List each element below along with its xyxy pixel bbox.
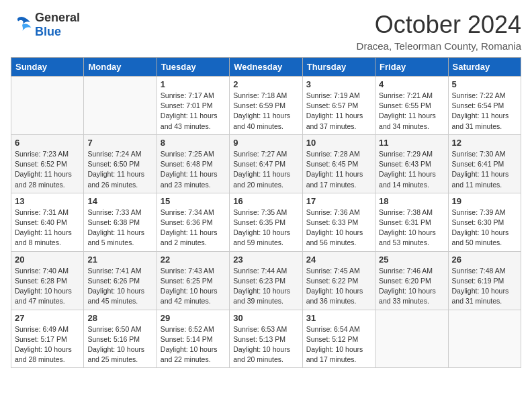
- day-detail: Sunrise: 7:17 AM Sunset: 7:01 PM Dayligh…: [161, 91, 226, 132]
- day-detail: Sunrise: 6:53 AM Sunset: 5:13 PM Dayligh…: [233, 324, 298, 365]
- calendar-day-cell: 11Sunrise: 7:29 AM Sunset: 6:43 PM Dayli…: [375, 134, 448, 193]
- calendar-day-cell: 15Sunrise: 7:34 AM Sunset: 6:36 PM Dayli…: [157, 193, 229, 251]
- calendar-table: SundayMondayTuesdayWednesdayThursdayFrid…: [11, 57, 521, 368]
- day-detail: Sunrise: 6:49 AM Sunset: 5:17 PM Dayligh…: [15, 324, 80, 365]
- weekday-header-row: SundayMondayTuesdayWednesdayThursdayFrid…: [11, 58, 521, 77]
- day-number: 14: [87, 196, 152, 206]
- day-number: 1: [161, 79, 226, 89]
- day-detail: Sunrise: 7:36 AM Sunset: 6:33 PM Dayligh…: [306, 208, 371, 248]
- calendar-day-cell: 30Sunrise: 6:53 AM Sunset: 5:13 PM Dayli…: [230, 310, 302, 368]
- calendar-day-cell: 23Sunrise: 7:44 AM Sunset: 6:23 PM Dayli…: [230, 251, 302, 310]
- calendar-week-row: 20Sunrise: 7:40 AM Sunset: 6:28 PM Dayli…: [11, 251, 521, 310]
- calendar-day-cell: 17Sunrise: 7:36 AM Sunset: 6:33 PM Dayli…: [302, 193, 375, 251]
- day-number: 27: [15, 313, 80, 323]
- day-number: 13: [15, 196, 80, 206]
- calendar-week-row: 6Sunrise: 7:23 AM Sunset: 6:52 PM Daylig…: [11, 134, 521, 193]
- day-detail: Sunrise: 7:31 AM Sunset: 6:40 PM Dayligh…: [15, 208, 80, 248]
- calendar-day-cell: 18Sunrise: 7:38 AM Sunset: 6:31 PM Dayli…: [375, 193, 448, 251]
- day-detail: Sunrise: 7:48 AM Sunset: 6:19 PM Dayligh…: [452, 266, 517, 307]
- weekday-header: Saturday: [448, 58, 521, 77]
- calendar-day-cell: 5Sunrise: 7:22 AM Sunset: 6:54 PM Daylig…: [448, 77, 521, 135]
- calendar-day-cell: 8Sunrise: 7:25 AM Sunset: 6:48 PM Daylig…: [157, 134, 229, 193]
- day-detail: Sunrise: 7:18 AM Sunset: 6:59 PM Dayligh…: [233, 91, 298, 132]
- day-detail: Sunrise: 7:23 AM Sunset: 6:52 PM Dayligh…: [15, 149, 80, 190]
- day-detail: Sunrise: 7:25 AM Sunset: 6:48 PM Dayligh…: [161, 149, 226, 190]
- day-detail: Sunrise: 7:24 AM Sunset: 6:50 PM Dayligh…: [87, 149, 152, 190]
- day-number: 26: [452, 255, 517, 265]
- day-detail: Sunrise: 7:34 AM Sunset: 6:36 PM Dayligh…: [161, 208, 226, 248]
- day-number: 16: [233, 196, 298, 206]
- weekday-header: Thursday: [302, 58, 375, 77]
- day-detail: Sunrise: 7:30 AM Sunset: 6:41 PM Dayligh…: [452, 149, 517, 190]
- calendar-day-cell: 7Sunrise: 7:24 AM Sunset: 6:50 PM Daylig…: [84, 134, 157, 193]
- calendar-day-cell: 26Sunrise: 7:48 AM Sunset: 6:19 PM Dayli…: [448, 251, 521, 310]
- day-number: 6: [15, 138, 80, 148]
- day-detail: Sunrise: 7:41 AM Sunset: 6:26 PM Dayligh…: [87, 266, 152, 307]
- day-number: 9: [233, 138, 298, 148]
- day-detail: Sunrise: 7:46 AM Sunset: 6:20 PM Dayligh…: [379, 266, 444, 307]
- month-title: October 2024: [357, 11, 521, 39]
- day-number: 10: [306, 138, 371, 148]
- weekday-header: Friday: [375, 58, 448, 77]
- day-number: 2: [233, 79, 298, 89]
- day-detail: Sunrise: 7:40 AM Sunset: 6:28 PM Dayligh…: [15, 266, 80, 307]
- day-number: 29: [161, 313, 226, 323]
- day-detail: Sunrise: 7:35 AM Sunset: 6:35 PM Dayligh…: [233, 208, 298, 248]
- day-number: 11: [379, 138, 444, 148]
- day-number: 22: [161, 255, 226, 265]
- calendar-day-cell: 4Sunrise: 7:21 AM Sunset: 6:55 PM Daylig…: [375, 77, 448, 135]
- location: Dracea, Teleorman County, Romania: [357, 40, 521, 52]
- day-number: 8: [161, 138, 226, 148]
- calendar-day-cell: 9Sunrise: 7:27 AM Sunset: 6:47 PM Daylig…: [230, 134, 302, 193]
- calendar-day-cell: [11, 77, 84, 135]
- calendar-day-cell: 2Sunrise: 7:18 AM Sunset: 6:59 PM Daylig…: [230, 77, 302, 135]
- calendar-day-cell: 31Sunrise: 6:54 AM Sunset: 5:12 PM Dayli…: [302, 310, 375, 368]
- calendar-week-row: 13Sunrise: 7:31 AM Sunset: 6:40 PM Dayli…: [11, 193, 521, 251]
- logo-text: General Blue: [35, 11, 80, 39]
- weekday-header: Sunday: [11, 58, 84, 77]
- calendar-day-cell: 12Sunrise: 7:30 AM Sunset: 6:41 PM Dayli…: [448, 134, 521, 193]
- day-number: 28: [87, 313, 152, 323]
- day-number: 15: [161, 196, 226, 206]
- calendar-day-cell: [84, 77, 157, 135]
- day-number: 21: [87, 255, 152, 265]
- calendar-day-cell: 6Sunrise: 7:23 AM Sunset: 6:52 PM Daylig…: [11, 134, 84, 193]
- calendar-day-cell: 3Sunrise: 7:19 AM Sunset: 6:57 PM Daylig…: [302, 77, 375, 135]
- day-number: 3: [306, 79, 371, 89]
- calendar-week-row: 1Sunrise: 7:17 AM Sunset: 7:01 PM Daylig…: [11, 77, 521, 135]
- day-number: 12: [452, 138, 517, 148]
- day-number: 17: [306, 196, 371, 206]
- calendar-day-cell: 24Sunrise: 7:45 AM Sunset: 6:22 PM Dayli…: [302, 251, 375, 310]
- day-detail: Sunrise: 7:43 AM Sunset: 6:25 PM Dayligh…: [161, 266, 226, 307]
- day-detail: Sunrise: 7:19 AM Sunset: 6:57 PM Dayligh…: [306, 91, 371, 132]
- day-number: 7: [87, 138, 152, 148]
- day-detail: Sunrise: 6:52 AM Sunset: 5:14 PM Dayligh…: [161, 324, 226, 365]
- day-number: 4: [379, 79, 444, 89]
- day-detail: Sunrise: 7:29 AM Sunset: 6:43 PM Dayligh…: [379, 149, 444, 190]
- day-detail: Sunrise: 6:54 AM Sunset: 5:12 PM Dayligh…: [306, 324, 371, 365]
- day-number: 31: [306, 313, 371, 323]
- day-detail: Sunrise: 7:22 AM Sunset: 6:54 PM Dayligh…: [452, 91, 517, 132]
- day-number: 23: [233, 255, 298, 265]
- day-number: 18: [379, 196, 444, 206]
- day-detail: Sunrise: 7:27 AM Sunset: 6:47 PM Dayligh…: [233, 149, 298, 190]
- logo: General Blue: [11, 11, 80, 39]
- calendar-day-cell: 28Sunrise: 6:50 AM Sunset: 5:16 PM Dayli…: [84, 310, 157, 368]
- calendar-day-cell: 16Sunrise: 7:35 AM Sunset: 6:35 PM Dayli…: [230, 193, 302, 251]
- day-detail: Sunrise: 7:45 AM Sunset: 6:22 PM Dayligh…: [306, 266, 371, 307]
- calendar-day-cell: [375, 310, 448, 368]
- day-number: 24: [306, 255, 371, 265]
- calendar-day-cell: 22Sunrise: 7:43 AM Sunset: 6:25 PM Dayli…: [157, 251, 229, 310]
- logo-bird-icon: [11, 15, 32, 34]
- day-number: 5: [452, 79, 517, 89]
- calendar-day-cell: 20Sunrise: 7:40 AM Sunset: 6:28 PM Dayli…: [11, 251, 84, 310]
- calendar-day-cell: [448, 310, 521, 368]
- day-number: 20: [15, 255, 80, 265]
- day-detail: Sunrise: 7:28 AM Sunset: 6:45 PM Dayligh…: [306, 149, 371, 190]
- day-number: 30: [233, 313, 298, 323]
- weekday-header: Monday: [84, 58, 157, 77]
- calendar-day-cell: 10Sunrise: 7:28 AM Sunset: 6:45 PM Dayli…: [302, 134, 375, 193]
- calendar-day-cell: 29Sunrise: 6:52 AM Sunset: 5:14 PM Dayli…: [157, 310, 229, 368]
- day-detail: Sunrise: 7:44 AM Sunset: 6:23 PM Dayligh…: [233, 266, 298, 307]
- weekday-header: Tuesday: [157, 58, 229, 77]
